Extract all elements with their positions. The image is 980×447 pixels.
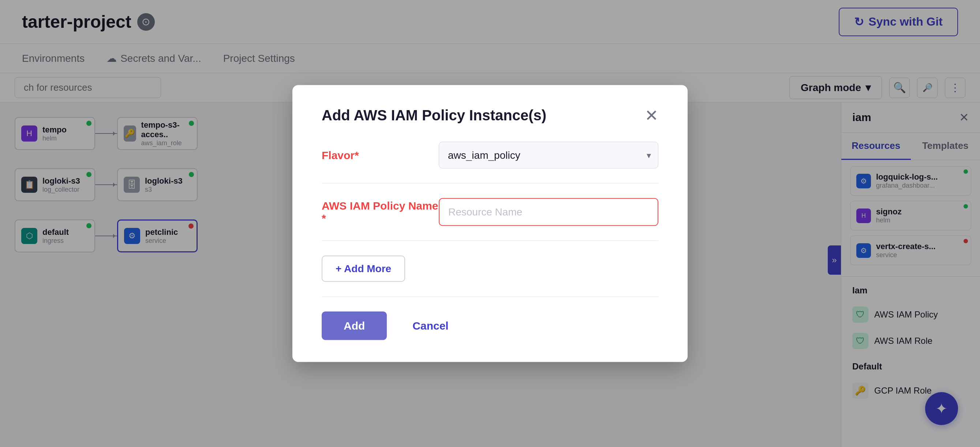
flavor-control: aws_iam_policy ▾ [439, 142, 658, 169]
flavor-row: Flavor* aws_iam_policy ▾ [322, 142, 658, 184]
modal-header: Add AWS IAM Policy Instance(s) ✕ [322, 107, 658, 124]
add-aws-iam-policy-modal: Add AWS IAM Policy Instance(s) ✕ Flavor*… [293, 85, 687, 362]
modal-title: Add AWS IAM Policy Instance(s) [322, 107, 546, 124]
policy-name-control [439, 198, 658, 226]
policy-name-label: AWS IAM Policy Name * [322, 200, 439, 224]
add-more-label: + Add More [336, 263, 391, 275]
modal-close-button[interactable]: ✕ [645, 107, 658, 123]
flavor-select-wrapper: aws_iam_policy ▾ [439, 142, 658, 169]
policy-name-row: AWS IAM Policy Name * [322, 198, 658, 241]
add-more-button[interactable]: + Add More [322, 256, 405, 282]
add-button[interactable]: Add [322, 312, 387, 340]
flavor-label: Flavor* [322, 149, 439, 161]
modal-footer: Add Cancel [322, 297, 658, 340]
resource-name-input[interactable] [439, 198, 658, 226]
flavor-select[interactable]: aws_iam_policy [439, 142, 658, 169]
cancel-button[interactable]: Cancel [398, 312, 463, 340]
